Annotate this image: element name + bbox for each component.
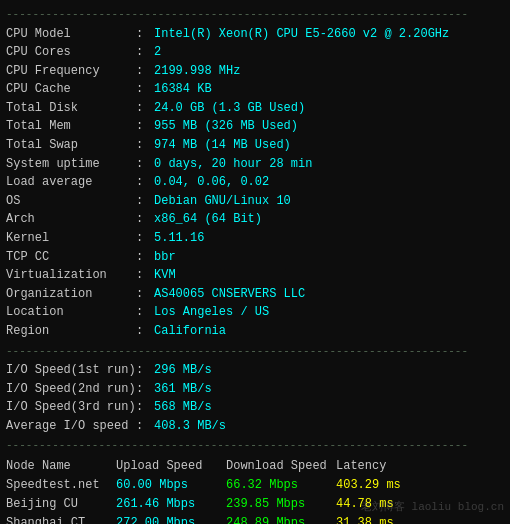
system-info-row: Location:Los Angeles / US (6, 303, 504, 322)
system-info-row: Total Disk:24.0 GB (1.3 GB Used) (6, 99, 504, 118)
info-label: System uptime (6, 155, 136, 174)
col-upload: 60.00 Mbps (116, 476, 226, 495)
system-info-row: System uptime:0 days, 20 hour 28 min (6, 155, 504, 174)
col-node: Beijing CU (6, 495, 116, 514)
info-label: CPU Cores (6, 43, 136, 62)
system-info-row: TCP CC:bbr (6, 248, 504, 267)
info-value: 955 MB (326 MB Used) (154, 117, 298, 136)
io-value: 361 MB/s (154, 380, 212, 399)
network-table-row: Speedtest.net60.00 Mbps66.32 Mbps403.29 … (6, 476, 504, 495)
system-info-row: CPU Cache:16384 KB (6, 80, 504, 99)
col-node: Shanghai CT (6, 514, 116, 524)
info-label: Arch (6, 210, 136, 229)
info-label: TCP CC (6, 248, 136, 267)
col-latency: 44.78 ms (336, 495, 416, 514)
info-value: x86_64 (64 Bit) (154, 210, 262, 229)
info-label: CPU Model (6, 25, 136, 44)
terminal: ----------------------------------------… (6, 6, 504, 522)
info-value: 0 days, 20 hour 28 min (154, 155, 312, 174)
col-header-download: Download Speed (226, 456, 336, 476)
col-upload: 272.00 Mbps (116, 514, 226, 524)
info-label: Virtualization (6, 266, 136, 285)
info-value: Intel(R) Xeon(R) CPU E5-2660 v2 @ 2.20GH… (154, 25, 449, 44)
io-value: 568 MB/s (154, 398, 212, 417)
system-info-row: Organization:AS40065 CNSERVERS LLC (6, 285, 504, 304)
io-label: I/O Speed(1st run) (6, 361, 136, 380)
io-value: 408.3 MB/s (154, 417, 226, 436)
system-info-row: Load average:0.04, 0.06, 0.02 (6, 173, 504, 192)
info-label: Total Mem (6, 117, 136, 136)
info-label: CPU Cache (6, 80, 136, 99)
info-value: 5.11.16 (154, 229, 204, 248)
network-table-row: Beijing CU261.46 Mbps239.85 Mbps44.78 ms (6, 495, 504, 514)
divider-top: ----------------------------------------… (6, 6, 504, 23)
info-value: 16384 KB (154, 80, 212, 99)
io-speed-row: I/O Speed(1st run):296 MB/s (6, 361, 504, 380)
system-info-row: CPU Cores:2 (6, 43, 504, 62)
info-label: Total Swap (6, 136, 136, 155)
io-speed-row: I/O Speed(3rd run):568 MB/s (6, 398, 504, 417)
info-value: KVM (154, 266, 176, 285)
network-table-row: Shanghai CT272.00 Mbps248.89 Mbps31.38 m… (6, 514, 504, 524)
system-info-row: CPU Model:Intel(R) Xeon(R) CPU E5-2660 v… (6, 25, 504, 44)
info-value: Debian GNU/Linux 10 (154, 192, 291, 211)
io-label: Average I/O speed (6, 417, 136, 436)
col-header-upload: Upload Speed (116, 456, 226, 476)
io-speed-row: Average I/O speed:408.3 MB/s (6, 417, 504, 436)
info-label: Organization (6, 285, 136, 304)
info-label: Location (6, 303, 136, 322)
info-label: OS (6, 192, 136, 211)
info-label: CPU Frequency (6, 62, 136, 81)
info-value: 0.04, 0.06, 0.02 (154, 173, 269, 192)
col-download: 248.89 Mbps (226, 514, 336, 524)
info-value: 24.0 GB (1.3 GB Used) (154, 99, 305, 118)
io-speed-row: I/O Speed(2nd run):361 MB/s (6, 380, 504, 399)
system-info-row: Total Swap:974 MB (14 MB Used) (6, 136, 504, 155)
info-value: 974 MB (14 MB Used) (154, 136, 291, 155)
system-info-row: Virtualization:KVM (6, 266, 504, 285)
system-info-row: Region:California (6, 322, 504, 341)
col-header-latency: Latency (336, 456, 416, 476)
info-label: Total Disk (6, 99, 136, 118)
col-download: 239.85 Mbps (226, 495, 336, 514)
io-label: I/O Speed(3rd run) (6, 398, 136, 417)
network-table-header: Node Name Upload Speed Download Speed La… (6, 456, 504, 476)
divider-mid2: ----------------------------------------… (6, 437, 504, 454)
col-latency: 31.38 ms (336, 514, 416, 524)
col-header-node: Node Name (6, 456, 116, 476)
col-download: 66.32 Mbps (226, 476, 336, 495)
system-info-row: OS:Debian GNU/Linux 10 (6, 192, 504, 211)
col-node: Speedtest.net (6, 476, 116, 495)
system-info-row: CPU Frequency:2199.998 MHz (6, 62, 504, 81)
system-info-row: Kernel:5.11.16 (6, 229, 504, 248)
system-info-row: Arch:x86_64 (64 Bit) (6, 210, 504, 229)
col-upload: 261.46 Mbps (116, 495, 226, 514)
info-value: bbr (154, 248, 176, 267)
info-value: Los Angeles / US (154, 303, 269, 322)
info-label: Kernel (6, 229, 136, 248)
info-label: Load average (6, 173, 136, 192)
col-latency: 403.29 ms (336, 476, 416, 495)
info-value: 2 (154, 43, 161, 62)
info-value: 2199.998 MHz (154, 62, 240, 81)
io-label: I/O Speed(2nd run) (6, 380, 136, 399)
info-value: California (154, 322, 226, 341)
info-label: Region (6, 322, 136, 341)
io-value: 296 MB/s (154, 361, 212, 380)
info-value: AS40065 CNSERVERS LLC (154, 285, 305, 304)
divider-mid1: ----------------------------------------… (6, 343, 504, 360)
system-info-row: Total Mem:955 MB (326 MB Used) (6, 117, 504, 136)
